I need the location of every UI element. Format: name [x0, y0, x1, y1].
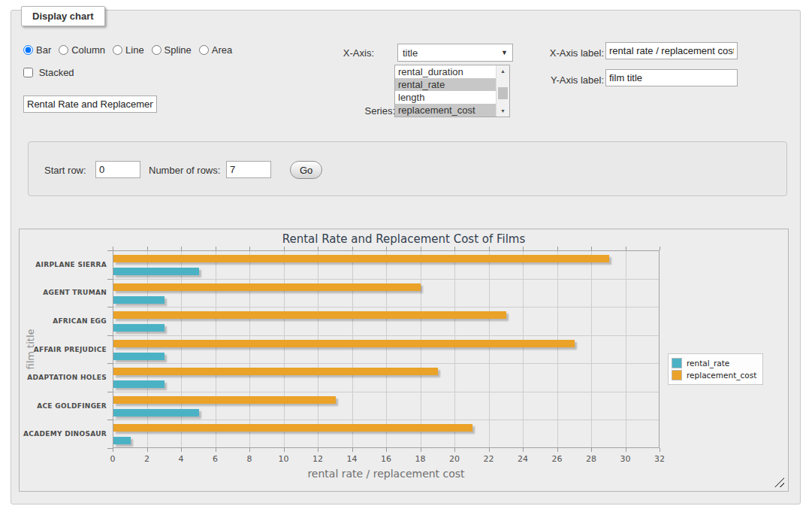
y-tick-mark [107, 307, 113, 308]
x-tick-mark [318, 448, 318, 452]
series-option-length[interactable]: length [395, 91, 497, 104]
y-axis-label-label: Y-Axis label: [534, 74, 604, 86]
category-label: ACADEMY DINOSAUR [20, 430, 107, 438]
chart-type-option-column[interactable]: Column [59, 44, 105, 56]
chevron-down-icon: ▼ [501, 49, 508, 56]
x-tick-mark [626, 448, 626, 452]
x-tick-label: 14 [341, 454, 364, 464]
y-tick-mark [107, 448, 113, 449]
series-option-replacement_cost[interactable]: replacement_cost [395, 104, 497, 117]
legend-label: rental_rate [687, 359, 729, 368]
x-tick-mark [557, 448, 558, 452]
chart-type-option-area[interactable]: Area [199, 44, 232, 56]
bar-rental_rate [113, 380, 165, 388]
x-tick-mark-top [147, 247, 148, 250]
chart-title-input[interactable] [23, 95, 157, 113]
bar-replacement_cost [113, 424, 472, 432]
series-option-rental_rate[interactable]: rental_rate [395, 78, 497, 91]
x-tick-mark [216, 448, 216, 452]
x-tick-mark [147, 448, 148, 452]
x-tick-label: 32 [648, 454, 671, 464]
x-tick-mark-top [489, 247, 490, 250]
num-rows-label: Number of rows: [149, 165, 220, 176]
y-tick-mark [107, 335, 113, 336]
y-axis-title: film title [25, 274, 36, 424]
bar-rental_rate [113, 268, 199, 275]
radio-label-line: Line [125, 44, 144, 56]
x-tick-label: 10 [273, 454, 295, 464]
x-tick-mark-top [626, 247, 626, 250]
scroll-up-icon[interactable]: ▲ [497, 65, 509, 77]
series-option-rental_duration[interactable]: rental_duration [395, 65, 497, 78]
series-listbox[interactable]: rental_durationrental_ratelengthreplacem… [394, 65, 510, 117]
x-tick-mark [284, 448, 285, 452]
x-tick-mark-top [249, 247, 250, 250]
chart-type-option-bar[interactable]: Bar [23, 44, 51, 56]
x-tick-label: 6 [204, 454, 227, 464]
x-tick-label: 12 [306, 454, 329, 464]
go-button[interactable]: Go [290, 161, 322, 179]
chart-type-option-spline[interactable]: Spline [152, 44, 192, 56]
start-row-input[interactable] [95, 161, 140, 178]
radio-area[interactable] [199, 45, 209, 55]
radio-column[interactable] [59, 45, 68, 55]
stacked-checkbox[interactable] [23, 68, 33, 77]
y-axis-label-input[interactable] [605, 69, 738, 86]
resize-handle-icon[interactable] [774, 477, 784, 487]
panel-title: Display chart [21, 6, 105, 26]
series-listbox-scrollbar[interactable]: ▲ ▼ [496, 65, 509, 117]
x-tick-mark-top [386, 247, 387, 250]
legend-swatch-replacement_cost [672, 370, 682, 380]
x-axis-label-label: X-Axis label: [534, 47, 604, 59]
num-rows-input[interactable] [226, 161, 271, 178]
stacked-row: Stacked [23, 67, 74, 78]
x-tick-mark [352, 448, 353, 452]
stacked-checkbox-label: Stacked [23, 67, 74, 78]
legend-row-rental_rate: rental_rate [672, 358, 756, 368]
x-tick-mark [386, 448, 387, 452]
bar-replacement_cost [113, 311, 506, 319]
x-tick-label: 24 [512, 454, 534, 464]
radio-spline[interactable] [152, 45, 161, 55]
start-row-label: Start row: [44, 165, 86, 176]
x-tick-mark-top [557, 247, 558, 250]
x-tick-mark-top [523, 247, 524, 250]
x-axis-selected-value: title [403, 47, 501, 59]
legend-swatch-rental_rate [672, 358, 682, 368]
x-tick-label: 16 [375, 454, 397, 464]
x-tick-mark-top [318, 247, 318, 250]
x-tick-mark-top [591, 247, 592, 250]
bar-replacement_cost [113, 283, 421, 291]
bar-rental_rate [113, 353, 165, 360]
chart-type-option-line[interactable]: Line [113, 44, 144, 56]
x-tick-mark-top [352, 247, 353, 250]
x-axis-select[interactable]: title ▼ [397, 44, 513, 62]
radio-bar[interactable] [23, 45, 33, 55]
x-tick-label: 2 [136, 454, 158, 464]
x-tick-mark-top [181, 247, 182, 250]
chart-legend: rental_ratereplacement_cost [668, 353, 763, 385]
scrollbar-thumb[interactable] [498, 87, 508, 99]
series-select-label: Series: [324, 105, 395, 117]
x-tick-mark-top [421, 247, 421, 250]
plot-border [113, 250, 660, 448]
radio-line[interactable] [113, 45, 122, 55]
bar-rental_rate [113, 437, 131, 444]
x-tick-mark-top [660, 247, 660, 250]
x-axis-label-input[interactable] [605, 42, 738, 59]
y-tick-mark [107, 279, 113, 280]
category-label: AIRPLANE SIERRA [20, 261, 107, 268]
radio-label-spline: Spline [165, 44, 192, 56]
bar-rental_rate [113, 324, 165, 332]
y-tick-mark [107, 250, 113, 251]
x-axis-title: rental rate / replacement cost [113, 468, 660, 480]
x-tick-label: 30 [614, 454, 637, 464]
bar-replacement_cost [113, 368, 438, 375]
x-tick-mark [113, 448, 113, 452]
display-chart-panel: Display chart BarColumnLineSplineArea St… [11, 10, 801, 504]
x-tick-mark [660, 448, 660, 452]
bar-replacement_cost [113, 255, 609, 262]
chart: Rental Rate and Replacement Cost of Film… [19, 229, 789, 492]
scroll-down-icon[interactable]: ▼ [497, 105, 509, 117]
bar-rental_rate [113, 409, 199, 417]
